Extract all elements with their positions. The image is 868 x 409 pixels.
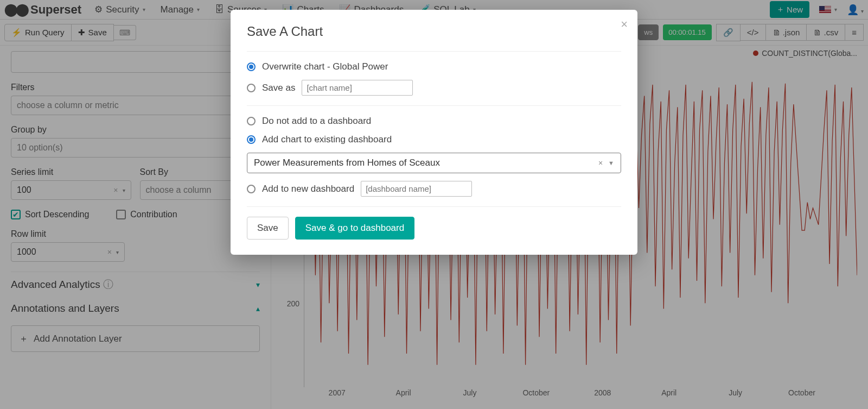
clear-icon[interactable]: ×: [598, 159, 603, 167]
modal-overlay[interactable]: × Save A Chart Overwrite chart - Global …: [0, 0, 868, 409]
overwrite-radio[interactable]: Overwrite chart - Global Power: [247, 61, 621, 72]
saveas-label: Save as: [262, 83, 295, 93]
save-modal-button[interactable]: Save: [247, 217, 289, 240]
radio-selected-icon: [247, 62, 256, 71]
modal-actions: Save Save & go to dashboard: [247, 217, 621, 240]
save-goto-dashboard-button[interactable]: Save & go to dashboard: [295, 217, 414, 240]
new-dashboard-radio[interactable]: Add to new dashboard: [247, 181, 621, 197]
radio-icon: [247, 117, 256, 125]
close-button[interactable]: ×: [621, 17, 628, 32]
radio-selected-icon: [247, 135, 256, 144]
overwrite-label: Overwrite chart - Global Power: [262, 61, 388, 72]
add-existing-label: Add chart to existing dashboard: [262, 134, 392, 145]
radio-icon: [247, 185, 256, 193]
add-new-label: Add to new dashboard: [262, 184, 354, 194]
saveas-input[interactable]: [302, 80, 413, 96]
radio-icon: [247, 84, 256, 92]
modal-title: Save A Chart: [247, 24, 621, 39]
save-go-label: Save & go to dashboard: [305, 223, 404, 233]
noadd-label: Do not add to a dashboard: [262, 116, 371, 127]
save-btn-label: Save: [257, 223, 278, 233]
save-chart-modal: × Save A Chart Overwrite chart - Global …: [231, 10, 637, 255]
chevron-down-icon: ▼: [608, 160, 614, 166]
existing-dashboard-select[interactable]: Power Measurements from Homes of Sceaux …: [247, 153, 621, 173]
no-dashboard-radio[interactable]: Do not add to a dashboard: [247, 116, 621, 127]
close-icon: ×: [621, 17, 628, 31]
saveas-radio[interactable]: Save as: [247, 80, 621, 96]
existing-dashboard-value: Power Measurements from Homes of Sceaux: [254, 158, 440, 168]
new-dashboard-input[interactable]: [361, 181, 472, 197]
existing-dashboard-radio[interactable]: Add chart to existing dashboard: [247, 134, 621, 145]
